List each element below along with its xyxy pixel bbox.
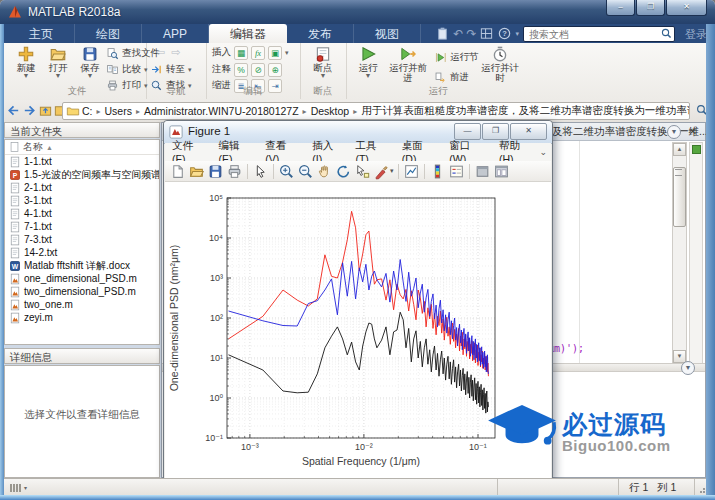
- login-link[interactable]: 登录: [685, 27, 707, 42]
- tab-主页[interactable]: 主页: [8, 24, 75, 43]
- run-time-button[interactable]: 运行并计时: [480, 45, 520, 83]
- svg-text:10⁰: 10⁰: [209, 393, 223, 403]
- current-folder-header[interactable]: 当前文件夹: [4, 122, 160, 138]
- layout-icon[interactable]: [479, 26, 494, 41]
- compare-button[interactable]: 比较▾: [106, 63, 148, 76]
- figure-close-button[interactable]: ✕: [510, 123, 547, 140]
- data-cursor-icon[interactable]: [354, 163, 371, 180]
- insert-legend-icon[interactable]: [448, 163, 465, 180]
- breadcrumb-segment[interactable]: 用于计算表面粗糙度功率谱密度，及将二维功率谱密度转换为一维功率谱密度: [361, 104, 690, 118]
- close-button[interactable]: ✕: [666, 0, 707, 16]
- file-list-item[interactable]: two_one.m: [5, 298, 159, 311]
- breadcrumb[interactable]: C:▸Users▸Administrator.WIN7U-20180127Z▸D…: [62, 102, 690, 120]
- search-input[interactable]: [527, 27, 659, 42]
- rotate-3d-icon[interactable]: [335, 163, 352, 180]
- scroll-up-icon[interactable]: ▲: [673, 143, 686, 156]
- file-list-item[interactable]: 4-1.txt: [5, 207, 159, 220]
- breadcrumb-segment[interactable]: Administrator.WIN7U-20180127Z: [144, 105, 299, 117]
- print-figure-icon[interactable]: [226, 163, 243, 180]
- breadcrumb-segment[interactable]: C:: [82, 105, 93, 117]
- code-fragment[interactable]: μm)');: [548, 343, 584, 354]
- scrollbar-thumb[interactable]: [673, 167, 686, 227]
- uncomment-icon[interactable]: ⊘: [251, 63, 265, 77]
- edit-plot-icon[interactable]: [252, 163, 269, 180]
- file-list-item[interactable]: two_dimensional_PSD.m: [5, 285, 159, 298]
- save-button[interactable]: 保存▼: [74, 45, 106, 79]
- clipboard-icon[interactable]: [435, 26, 450, 41]
- minimize-button[interactable]: –: [606, 0, 635, 16]
- run-time-icon: [491, 45, 509, 63]
- name-column-header[interactable]: 名称 ▲: [5, 140, 159, 155]
- editor-tab-close-icon[interactable]: ✕: [689, 126, 697, 137]
- run-advance-button[interactable]: 运行并前进: [388, 45, 428, 83]
- new-file-icon[interactable]: [169, 163, 186, 180]
- file-list-item[interactable]: 14-2.txt: [5, 246, 159, 259]
- tab-编辑器[interactable]: 编辑器: [209, 24, 287, 43]
- editor-tab-title[interactable]: 及将二维功率谱密度转换为一维...: [552, 125, 708, 139]
- save-figure-icon[interactable]: [207, 163, 224, 180]
- advance-button[interactable]: 前进: [434, 71, 469, 84]
- insert-bookmark-icon[interactable]: ▣: [268, 46, 282, 60]
- series-blue[interactable]: [229, 260, 489, 374]
- maximize-button[interactable]: ❐: [636, 0, 665, 16]
- up-folder-icon[interactable]: [38, 103, 53, 118]
- insert-function-icon[interactable]: fx: [251, 46, 265, 60]
- back-disabled-icon[interactable]: ⇦: [156, 46, 165, 59]
- breadcrumb-segment[interactable]: Desktop: [311, 105, 350, 117]
- menu-overflow-icon[interactable]: ⌄: [539, 147, 551, 157]
- goto-button[interactable]: 转至▾: [150, 63, 192, 76]
- editor-tab-menu-icon[interactable]: ▼: [667, 125, 681, 139]
- file-list-item[interactable]: 3-1.txt: [5, 194, 159, 207]
- help-icon[interactable]: ?: [497, 26, 512, 41]
- search-icon[interactable]: [660, 27, 673, 40]
- zoom-in-icon[interactable]: [278, 163, 295, 180]
- forward-disabled-icon[interactable]: ⇨: [171, 46, 180, 59]
- file-list-item[interactable]: WMatlab fftshift 详解.docx: [5, 259, 159, 272]
- forward-arrow-icon[interactable]: [22, 103, 37, 118]
- tab-发布[interactable]: 发布: [287, 24, 354, 43]
- run-button[interactable]: 运行▼: [352, 45, 384, 79]
- run-section-button[interactable]: 运行节: [434, 51, 479, 64]
- back-arrow-icon[interactable]: [6, 103, 21, 118]
- statusbar-grip-button[interactable]: ▾: [8, 482, 32, 493]
- undo-icon[interactable]: ↶: [453, 27, 463, 41]
- hide-plot-tools-icon[interactable]: [474, 163, 491, 180]
- breakpoints-button[interactable]: 断点▼: [307, 45, 339, 79]
- comment-icon[interactable]: %: [234, 63, 248, 77]
- show-plot-tools-icon[interactable]: [493, 163, 510, 180]
- svg-text:10⁻¹: 10⁻¹: [469, 442, 487, 452]
- toolbar-separator: [273, 164, 274, 179]
- tab-绘图[interactable]: 绘图: [75, 24, 142, 43]
- redo-icon[interactable]: ↷: [466, 27, 476, 41]
- svg-text:10⁻²: 10⁻²: [355, 442, 373, 452]
- file-list-item[interactable]: 1-1.txt: [5, 155, 159, 168]
- tab-APP[interactable]: APP: [142, 24, 209, 43]
- help-dropdown-icon[interactable]: ▾: [515, 30, 519, 38]
- tab-视图[interactable]: 视图: [354, 24, 421, 43]
- file-list-item[interactable]: 2-1.txt: [5, 181, 159, 194]
- pan-icon[interactable]: [316, 163, 333, 180]
- brush-dropdown-icon[interactable]: ▾: [390, 167, 394, 175]
- file-list-item[interactable]: one_dimensional_PSD.m: [5, 272, 159, 285]
- brush-icon[interactable]: [373, 163, 390, 180]
- editor-scrollbar[interactable]: ▲ ▼: [672, 142, 687, 364]
- insert-section-icon[interactable]: ▦: [234, 46, 248, 60]
- figure-window-title: Figure 1: [188, 125, 230, 137]
- insert-colorbar-icon[interactable]: [429, 163, 446, 180]
- file-list-item[interactable]: 7-3.txt: [5, 233, 159, 246]
- new-button[interactable]: 新建▼: [10, 45, 42, 79]
- file-list-item[interactable]: zeyi.m: [5, 311, 159, 324]
- file-list-item[interactable]: 7-1.txt: [5, 220, 159, 233]
- file-list-item[interactable]: P1.5-光波的空间频率与空间频谱.pp: [5, 168, 159, 181]
- breadcrumb-segment[interactable]: Users: [105, 105, 132, 117]
- splitter-menu-icon[interactable]: ▼: [681, 361, 695, 375]
- open-file-icon[interactable]: [188, 163, 205, 180]
- figure-minimize-button[interactable]: —: [454, 123, 481, 140]
- details-header[interactable]: 详细信息: [4, 348, 160, 364]
- code-analyzer-indicator[interactable]: [692, 145, 701, 154]
- link-plot-icon[interactable]: [403, 163, 420, 180]
- zoom-out-icon[interactable]: [297, 163, 314, 180]
- open-button[interactable]: 打开▼: [42, 45, 74, 79]
- figure-restore-button[interactable]: ❐: [482, 123, 509, 140]
- wrap-comment-icon[interactable]: ⊕: [268, 63, 282, 77]
